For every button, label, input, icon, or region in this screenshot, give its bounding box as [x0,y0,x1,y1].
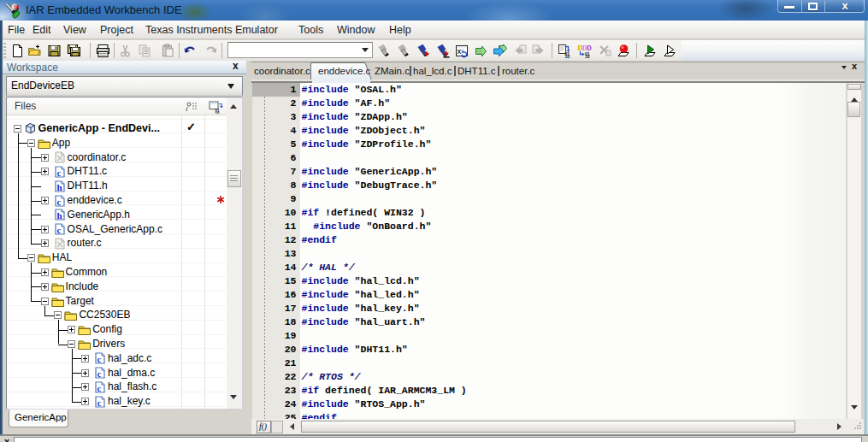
svg-text:10: 10 [216,112,221,115]
svg-text:c: c [97,368,102,379]
svg-text:h: h [56,181,62,192]
svg-text:10: 10 [585,54,590,58]
svg-text:c: c [97,382,102,392]
svg-text:c: c [56,225,61,235]
svg-text:h: h [56,210,62,221]
svg-text:c: c [56,196,61,206]
svg-text:10: 10 [565,54,570,58]
svg-text:c: c [97,354,102,364]
svg-text:c: c [97,397,102,407]
svg-text:c: c [56,167,61,177]
